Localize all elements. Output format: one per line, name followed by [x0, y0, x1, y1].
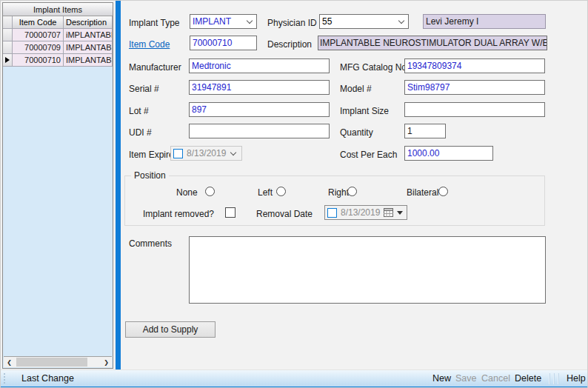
table-row[interactable]: 70000707 iMPLANTABL [3, 29, 113, 41]
panel-splitter[interactable] [116, 1, 121, 369]
radio-none-label: None [176, 187, 198, 198]
table-row-selected[interactable]: 70000710 IMPLANTABL [3, 54, 113, 67]
removal-date-value: 8/13/2019 [341, 207, 380, 218]
help-button[interactable]: Help [567, 370, 586, 387]
date-enable-checkbox[interactable] [173, 149, 183, 158]
manufacturer-label: Manufacturer [129, 62, 181, 73]
description-cell[interactable]: iMPLANTABL [64, 29, 113, 41]
item-code-cell[interactable]: 70000707 [13, 29, 64, 41]
radio-left[interactable] [276, 187, 286, 196]
grip-dots-icon [4, 373, 5, 384]
udi-label: UDI # [129, 127, 152, 138]
implant-type-label: Implant Type [129, 18, 179, 28]
description-field: IMPLANTABLE NEUROSTIMULATOR DUAL ARRAY W… [318, 36, 547, 50]
serial-label: Serial # [129, 84, 159, 94]
removal-date-label: Removal Date [256, 209, 313, 219]
table-row[interactable]: 70000709 IMPLANTABL [3, 41, 113, 54]
description-cell[interactable]: IMPLANTABL [64, 41, 113, 54]
physician-name-field: Levi Jeremy I [423, 14, 546, 29]
toolbar-separator [549, 373, 550, 384]
cancel-button[interactable]: Cancel [481, 370, 510, 387]
radio-left-label: Left [258, 187, 273, 198]
cost-per-each-input[interactable]: 1000.00 [404, 146, 493, 161]
new-button[interactable]: New [432, 370, 451, 387]
item-code-input[interactable]: 70000710 [190, 36, 257, 50]
status-toolbar: Last Change New Save Cancel Delete Help [1, 369, 588, 387]
dropdown-arrow-icon[interactable] [397, 211, 403, 215]
implant-items-window: Implant Items Item Code Description 7000… [0, 0, 588, 388]
implant-items-grid: Implant Items Item Code Description 7000… [2, 2, 113, 369]
lot-input[interactable]: 897 [189, 102, 330, 117]
date-enable-checkbox[interactable] [327, 208, 337, 218]
removal-date-picker[interactable]: 8/13/2019 [324, 205, 407, 220]
item-expire-date-value: 8/13/2019 [187, 148, 226, 158]
grid-header-row: Item Code Description [3, 16, 113, 29]
mfg-catalog-no-input[interactable]: 19347809374 [404, 58, 545, 73]
scrollbar-thumb[interactable] [16, 358, 87, 367]
radio-bilateral[interactable] [438, 187, 448, 196]
chevron-down-icon[interactable] [230, 149, 236, 155]
scroll-left-icon[interactable]: ❮ [4, 357, 15, 367]
row-selector[interactable] [3, 54, 13, 67]
physician-id-label: Physician ID [267, 18, 317, 28]
grid-header-item-code[interactable]: Item Code [13, 16, 64, 29]
row-selector[interactable] [3, 29, 13, 41]
grid-header-selector [3, 16, 13, 29]
horizontal-scrollbar[interactable]: ❮ ❯ [4, 356, 112, 367]
position-group-label: Position [131, 170, 169, 181]
implant-type-value: IMPLANT [193, 16, 231, 27]
physician-id-value: 55 [322, 16, 332, 27]
radio-bilateral-label: Bilateral [407, 187, 438, 198]
radio-right[interactable] [347, 187, 357, 196]
toolbar-separator [558, 373, 559, 384]
manufacturer-input[interactable]: Medtronic [189, 58, 330, 73]
chevron-down-icon [398, 18, 404, 24]
implant-type-combo[interactable]: IMPLANT [190, 14, 257, 29]
item-expire-date-picker[interactable]: 8/13/2019 [170, 146, 242, 161]
implant-removed-checkbox[interactable] [225, 207, 235, 218]
item-code-cell[interactable]: 70000710 [13, 54, 64, 67]
item-code-cell[interactable]: 70000709 [13, 41, 64, 54]
last-change-label: Last Change [21, 370, 74, 387]
scrollbar-track[interactable] [15, 357, 101, 367]
physician-id-combo[interactable]: 55 [319, 14, 409, 29]
comments-label: Comments [129, 238, 172, 249]
mfg-catalog-no-label: MFG Catalog No [340, 62, 407, 73]
add-to-supply-button[interactable]: Add to Supply [125, 321, 216, 338]
calendar-icon [384, 208, 393, 217]
chevron-down-icon [247, 18, 253, 24]
implant-size-input[interactable] [404, 102, 545, 117]
toolbar-separator [553, 373, 555, 384]
save-button[interactable]: Save [455, 370, 477, 387]
delete-button[interactable]: Delete [515, 370, 541, 387]
current-row-pointer-icon [5, 57, 10, 63]
quantity-label: Quantity [340, 127, 373, 138]
serial-input[interactable]: 31947891 [189, 80, 330, 95]
description-label: Description [267, 39, 312, 50]
model-label: Model # [340, 84, 372, 94]
model-input[interactable]: Stim98797 [404, 80, 545, 95]
row-selector[interactable] [3, 41, 13, 54]
comments-textarea[interactable] [189, 236, 546, 304]
scroll-right-icon[interactable]: ❯ [101, 357, 112, 367]
item-code-link[interactable]: Item Code [129, 39, 170, 50]
grid-title: Implant Items [3, 3, 113, 16]
grid-header-description[interactable]: Description [64, 16, 113, 29]
cost-per-each-label: Cost Per Each [340, 150, 397, 160]
radio-none[interactable] [205, 187, 215, 196]
implant-size-label: Implant Size [340, 106, 389, 116]
quantity-input[interactable]: 1 [404, 124, 446, 138]
implant-removed-label: Implant removed? [143, 209, 214, 219]
description-cell[interactable]: IMPLANTABL [64, 54, 113, 67]
lot-label: Lot # [129, 106, 149, 116]
radio-right-label: Right [328, 187, 349, 198]
udi-input[interactable] [189, 124, 330, 138]
